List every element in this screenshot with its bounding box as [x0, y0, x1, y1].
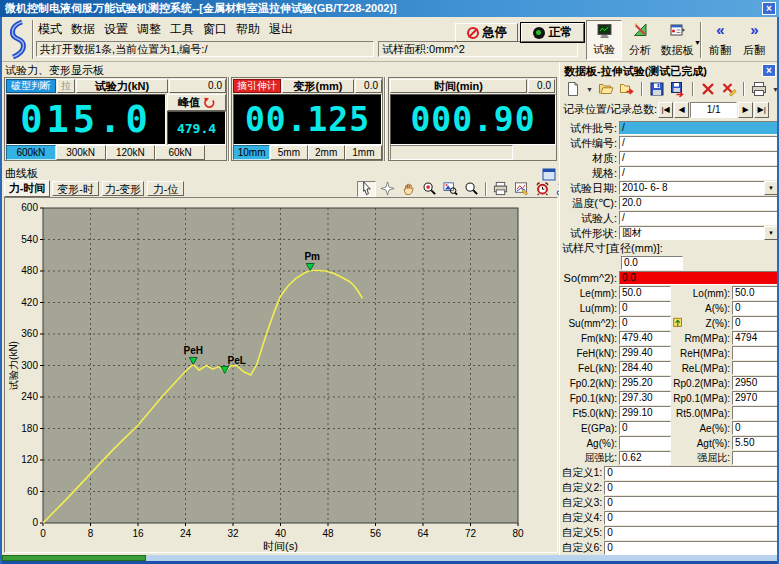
- param-input[interactable]: 2950: [732, 376, 778, 390]
- break-detect-button[interactable]: 破型判断: [6, 79, 56, 93]
- analyze-button[interactable]: 分析: [624, 20, 656, 60]
- field-input[interactable]: 20.0: [619, 196, 778, 210]
- custom-input[interactable]: 0: [604, 481, 778, 495]
- open-icon[interactable]: [597, 80, 615, 98]
- delete-icon[interactable]: [699, 80, 717, 98]
- field-input[interactable]: /: [619, 121, 778, 135]
- dropdown-arrow-icon[interactable]: ▼: [764, 181, 778, 195]
- param-input[interactable]: 295.20: [619, 376, 671, 390]
- toolbar-separator: [700, 22, 702, 58]
- move-icon[interactable]: [378, 181, 397, 197]
- dropdown-arrow-icon[interactable]: ▼: [764, 226, 778, 240]
- custom-input[interactable]: 0: [604, 496, 778, 510]
- param-input[interactable]: [732, 406, 778, 420]
- param-input[interactable]: 297.30: [619, 391, 671, 405]
- cursor-icon[interactable]: [357, 181, 376, 197]
- tab-变形-时间[interactable]: 变形-时间: [52, 181, 99, 196]
- new-icon[interactable]: [564, 80, 582, 98]
- delete-edit-icon[interactable]: [720, 80, 738, 98]
- dropdown-arrow-icon[interactable]: ▼: [585, 81, 594, 97]
- pan-hand-icon[interactable]: [399, 181, 418, 197]
- zoom-in-icon[interactable]: [462, 181, 481, 197]
- page-prev-button[interactable]: « 前翻: [705, 20, 735, 60]
- alarm-clock-icon[interactable]: [533, 181, 552, 197]
- range-button-2mm[interactable]: 2mm: [308, 145, 345, 160]
- custom-input[interactable]: 0: [604, 541, 778, 555]
- close-icon[interactable]: ×: [762, 2, 776, 15]
- su-calc-icon[interactable]: [672, 317, 686, 330]
- param-input[interactable]: 5.50: [732, 436, 778, 450]
- record-last-button[interactable]: ▶|: [754, 102, 769, 118]
- field-input[interactable]: 圆材▼: [619, 226, 778, 240]
- range-button-10mm[interactable]: 10mm: [233, 145, 270, 160]
- range-button-600kN[interactable]: 600kN: [6, 145, 56, 160]
- param-input[interactable]: 299.40: [619, 346, 671, 360]
- size-input[interactable]: 0.0: [621, 256, 683, 270]
- param-input[interactable]: 0: [732, 301, 778, 315]
- field-input[interactable]: /: [619, 211, 778, 225]
- peak-reset-icon[interactable]: [203, 97, 215, 109]
- zoom-region-icon[interactable]: [441, 181, 460, 197]
- param-input[interactable]: 0.62: [619, 451, 671, 465]
- param-input[interactable]: 0: [619, 421, 671, 435]
- extensometer-remove-button[interactable]: 摘引伸计: [233, 79, 281, 93]
- menu-item[interactable]: 调整: [137, 21, 161, 38]
- print-icon[interactable]: [491, 181, 510, 197]
- param-input[interactable]: 50.0: [732, 286, 778, 300]
- param-input[interactable]: [619, 436, 671, 450]
- field-input[interactable]: /: [619, 151, 778, 165]
- custom-input[interactable]: 0: [604, 511, 778, 525]
- field-input[interactable]: /: [619, 136, 778, 150]
- param-input[interactable]: 2970: [732, 391, 778, 405]
- param-input[interactable]: 299.10: [619, 406, 671, 420]
- menu-item[interactable]: 窗口: [203, 21, 227, 38]
- tab-力-时间[interactable]: 力-时间: [4, 180, 50, 197]
- menu-item[interactable]: 退出: [269, 21, 293, 38]
- menu-item[interactable]: 工具: [170, 21, 194, 38]
- param-input[interactable]: 479.40: [619, 331, 671, 345]
- param-input[interactable]: 0: [619, 301, 671, 315]
- param-input[interactable]: 4794: [732, 331, 778, 345]
- param-input[interactable]: 284.40: [619, 361, 671, 375]
- range-button-5mm[interactable]: 5mm: [270, 145, 307, 160]
- menu-item[interactable]: 数据: [71, 21, 95, 38]
- tab-力-位移[interactable]: 力-位移: [147, 181, 184, 196]
- zoom-out-icon[interactable]: [420, 181, 439, 197]
- menu-item[interactable]: 帮助: [236, 21, 260, 38]
- record-first-button[interactable]: |◀: [658, 102, 673, 118]
- save-icon[interactable]: [648, 80, 666, 98]
- field-input[interactable]: /: [619, 166, 778, 180]
- normal-status-button[interactable]: 正常: [521, 23, 584, 42]
- menu-item[interactable]: 设置: [104, 21, 128, 38]
- test-button[interactable]: 试验: [586, 20, 622, 60]
- menu-item[interactable]: 模式: [38, 21, 62, 38]
- range-button-1mm[interactable]: 1mm: [345, 145, 382, 160]
- print-icon[interactable]: [750, 80, 768, 98]
- field-input[interactable]: 2010- 6- 8▼: [619, 181, 778, 195]
- range-button-300kN[interactable]: 300kN: [56, 145, 106, 160]
- param-input[interactable]: 0: [732, 421, 778, 435]
- data-panel-close-icon[interactable]: ×: [762, 64, 776, 77]
- param-input[interactable]: [732, 346, 778, 360]
- chart-edit-icon[interactable]: [512, 181, 531, 197]
- record-next-button[interactable]: ▶: [738, 102, 753, 118]
- custom-input[interactable]: 0: [604, 466, 778, 480]
- emergency-stop-button[interactable]: 急停: [455, 23, 518, 42]
- record-prev-button[interactable]: ◀: [674, 102, 689, 118]
- range-button-120kN[interactable]: 120kN: [106, 145, 156, 160]
- param-input[interactable]: 0: [619, 316, 671, 330]
- custom-input[interactable]: 0: [604, 526, 778, 540]
- page-next-button[interactable]: » 后翻: [739, 20, 769, 60]
- tab-力-变形[interactable]: 力-变形: [102, 181, 144, 196]
- param-input[interactable]: 0: [732, 316, 778, 330]
- param-input[interactable]: 50.0: [619, 286, 671, 300]
- param-input[interactable]: [732, 451, 778, 465]
- databoard-button[interactable]: 数据板: [658, 20, 696, 60]
- range-button-60kN[interactable]: 60kN: [155, 145, 205, 160]
- force-time-chart[interactable]: 0816243240485664728006012018024030036042…: [5, 198, 557, 552]
- save-as-icon[interactable]: [669, 80, 687, 98]
- so-input[interactable]: 0.0: [619, 271, 778, 285]
- export-icon[interactable]: [618, 80, 636, 98]
- pull-button[interactable]: 拉: [57, 79, 75, 93]
- param-input[interactable]: [732, 361, 778, 375]
